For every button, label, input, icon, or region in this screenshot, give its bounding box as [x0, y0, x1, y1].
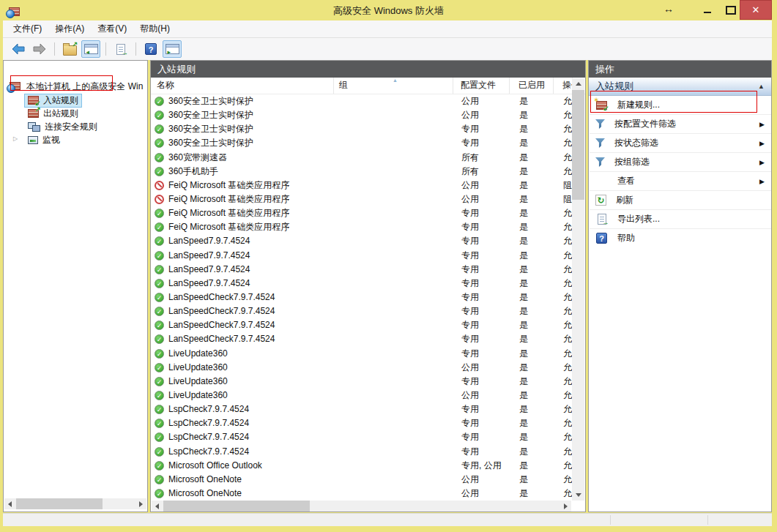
scrollbar-thumb[interactable] [572, 90, 584, 200]
rule-row[interactable]: FeiQ Microsoft 基础类应用程序公用是阻止 [152, 192, 572, 206]
rule-row[interactable]: ✓FeiQ Microsoft 基础类应用程序专用是允许 [152, 220, 572, 234]
rule-row[interactable]: ✓LanSpeed7.9.7.4524专用是允许 [152, 249, 572, 263]
rule-row[interactable]: ✓LspCheck7.9.7.4524专用是允许 [152, 416, 572, 430]
scroll-down-icon[interactable] [576, 493, 581, 497]
allow-icon: ✓ [155, 405, 164, 414]
action-refresh[interactable]: ↻刷新 [590, 191, 771, 210]
action-export-list[interactable]: 导出列表... [590, 210, 771, 229]
menu-action[interactable]: 操作(A) [55, 23, 84, 35]
console-tree-toggle-button[interactable] [81, 40, 100, 58]
submenu-arrow-icon: ▶ [759, 159, 765, 166]
rule-row[interactable]: ✓360安全卫士实时保护公用是允许 [152, 108, 572, 122]
collapse-icon[interactable]: ▲ [758, 83, 765, 90]
main-horizontal-scrollbar[interactable] [152, 501, 571, 512]
rule-name: FeiQ Microsoft 基础类应用程序 [168, 208, 289, 218]
action-help[interactable]: ?帮助 [590, 229, 771, 247]
scrollbar-thumb[interactable] [163, 501, 310, 512]
rule-row[interactable]: ✓LspCheck7.9.7.4524专用是允许 [152, 430, 572, 444]
rule-row[interactable]: ✓LiveUpdate360专用是允许 [152, 347, 572, 361]
rule-row[interactable]: ✓360宽带测速器所有是允许 [152, 151, 572, 165]
column-header-action[interactable]: 操作 [554, 78, 573, 94]
export-list-button[interactable] [111, 40, 130, 58]
inbound-rules-icon [28, 96, 39, 105]
menu-file[interactable]: 文件(F) [13, 23, 42, 35]
rule-row[interactable]: ✓FeiQ Microsoft 基础类应用程序专用是允许 [152, 206, 572, 220]
rule-enabled-cell: 是 [510, 446, 554, 458]
action-filter-by-profile[interactable]: 按配置文件筛选▶ [590, 115, 771, 134]
rule-profile-cell: 专用 [454, 375, 510, 388]
scroll-left-icon[interactable] [155, 503, 159, 509]
titlebar: 高级安全 Windows 防火墙 ↔ ✕ [0, 0, 777, 20]
rule-profile-cell: 公用 [454, 179, 510, 192]
action-new-rule[interactable]: 新建规则... [590, 96, 771, 115]
minimize-button[interactable] [696, 0, 719, 20]
action-filter-by-group[interactable]: 按组筛选▶ [590, 153, 771, 172]
column-header-enabled[interactable]: 已启用 [510, 78, 554, 94]
rule-row[interactable]: ✓LanSpeedCheck7.9.7.4524专用是允许 [152, 291, 572, 304]
rule-row[interactable]: ✓LanSpeedCheck7.9.7.4524专用是允许 [152, 332, 572, 346]
action-label: 按状态筛选 [614, 137, 658, 149]
scroll-right-icon[interactable] [139, 501, 143, 507]
allow-icon: ✓ [155, 432, 164, 442]
rule-action-cell: 允许 [554, 221, 572, 233]
rule-row[interactable]: ✓360安全卫士实时保护专用是允许 [152, 136, 572, 150]
action-pane-toggle-button[interactable] [163, 40, 182, 58]
rule-enabled-cell: 是 [510, 179, 554, 192]
maximize-icon [726, 6, 736, 15]
expander-icon[interactable]: ▷ [13, 135, 18, 142]
no-icon [595, 176, 608, 187]
tree-item-outbound-rules[interactable]: 出站规则 [4, 107, 147, 120]
column-header-profile[interactable]: 配置文件 [453, 78, 510, 94]
action-filter-by-state[interactable]: 按状态筛选▶ [590, 134, 771, 153]
tree-item-label: 连接安全规则 [45, 121, 97, 133]
scrollbar-thumb[interactable] [16, 498, 103, 509]
rule-row[interactable]: ✓LanSpeed7.9.7.4524专用是允许 [152, 234, 572, 248]
rule-row[interactable]: ✓Microsoft OneNote公用是允许 [152, 473, 572, 487]
menu-help[interactable]: 帮助(H) [140, 23, 170, 35]
actions-section-header[interactable]: 入站规则 ▲ [589, 78, 771, 96]
allow-icon: ✓ [155, 475, 164, 484]
column-header-name[interactable]: 名称 [151, 78, 334, 94]
rule-name: LiveUpdate360 [168, 362, 228, 372]
scroll-right-icon[interactable] [564, 503, 568, 509]
console-tree-icon [84, 44, 98, 54]
rule-row[interactable]: ✓LiveUpdate360公用是允许 [152, 389, 572, 402]
tree-horizontal-scrollbar[interactable] [4, 498, 146, 509]
rule-name: LanSpeed7.9.7.4524 [168, 250, 250, 261]
rule-row[interactable]: ✓LspCheck7.9.7.4524专用是允许 [152, 402, 572, 416]
rule-profile-cell: 所有 [454, 165, 510, 178]
tree-item-connection-security-rules[interactable]: 连接安全规则 [4, 120, 147, 133]
vertical-scrollbar[interactable] [572, 78, 584, 501]
forward-button[interactable] [30, 40, 49, 58]
rule-row[interactable]: ✓360手机助手所有是允许 [152, 165, 572, 179]
rule-row[interactable]: ✓Microsoft OneNote公用是允许 [152, 487, 572, 501]
rule-name: LanSpeedCheck7.9.7.4524 [168, 320, 275, 330]
rule-enabled-cell: 是 [510, 305, 554, 318]
tree-item-monitoring[interactable]: ▷监视 [4, 133, 147, 146]
rule-row[interactable]: ✓360安全卫士实时保护专用是允许 [152, 122, 572, 136]
rule-row[interactable]: ✓Microsoft Office Outlook专用, 公用是允许 [152, 459, 572, 473]
rule-row[interactable]: ✓LanSpeed7.9.7.4524专用是允许 [152, 263, 572, 277]
rule-row[interactable]: ✓LiveUpdate360公用是允许 [152, 361, 572, 375]
scroll-up-icon[interactable] [576, 82, 581, 86]
rule-row[interactable]: ✓LspCheck7.9.7.4524专用是允许 [152, 445, 572, 459]
show-window-button[interactable] [60, 40, 79, 58]
rule-row[interactable]: ✓LiveUpdate360专用是允许 [152, 375, 572, 389]
rule-action-cell: 允许 [554, 95, 572, 108]
rule-name: Microsoft OneNote [168, 488, 242, 498]
minimize-icon [704, 12, 711, 13]
menu-view[interactable]: 查看(V) [97, 23, 127, 35]
action-view[interactable]: 查看▶ [590, 172, 771, 191]
help-button[interactable]: ? [141, 40, 160, 58]
tree-root-label: 本地计算机 上的高级安全 Win [26, 80, 143, 93]
back-button[interactable] [9, 40, 28, 58]
tree-root-local-computer[interactable]: 本地计算机 上的高级安全 Win [4, 80, 149, 93]
rule-row[interactable]: ✓LanSpeedCheck7.9.7.4524专用是允许 [152, 318, 572, 332]
rule-row[interactable]: ✓LanSpeedCheck7.9.7.4524专用是允许 [152, 304, 572, 318]
scroll-left-icon[interactable] [8, 501, 12, 507]
rule-row[interactable]: ✓360安全卫士实时保护公用是允许 [152, 94, 572, 108]
rule-row[interactable]: ✓LanSpeed7.9.7.4524专用是允许 [152, 277, 572, 291]
tree-item-inbound-rules[interactable]: 入站规则 [4, 94, 147, 107]
close-button[interactable]: ✕ [740, 0, 772, 20]
rule-row[interactable]: FeiQ Microsoft 基础类应用程序公用是阻止 [152, 179, 572, 192]
